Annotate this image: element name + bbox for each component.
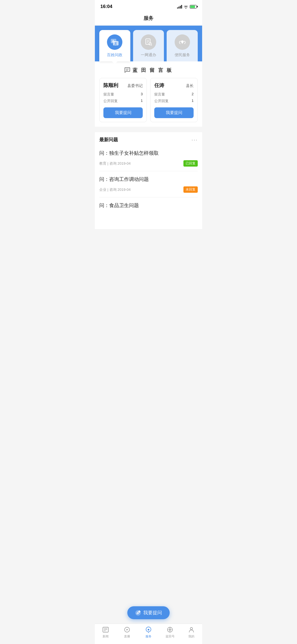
page-header: 服务 [95,12,202,26]
stat-row-2-1: 留言量 2 [154,92,194,97]
official-header-1: 陈顺利 县委书记 [103,82,143,89]
official-title-2: 县长 [186,83,194,88]
message-board-title: 蓝 田 留 言 板 [99,67,198,74]
question-item-3[interactable]: 问：食品卫生问题 [99,197,198,229]
tab-baixin-icon-bg: A 文 [107,34,122,50]
stat-row-1-2: 公开回复 1 [103,99,143,104]
tab-yiwang[interactable]: 一网通办 [133,30,164,61]
latest-section: 最新问题 ··· 问：独生子女补贴怎样领取 教育 | 咨询 2019-04 已回… [95,132,202,229]
stat-row-2-2: 公开回复 1 [154,99,194,104]
status-badge-2: 未回复 [183,186,198,193]
svg-text:文: 文 [114,42,117,45]
official-name-2: 任涛 [154,82,164,89]
question-text-3: 问：食品卫生问题 [99,202,198,209]
tab-bianmin-label: 便民服务 [175,53,190,58]
question-meta-1: 教育 | 咨询 2019-04 已回复 [99,160,198,167]
official-stats-2: 留言量 2 公开回复 1 [154,92,194,104]
tab-baixin-label: 百姓问政 [107,53,122,58]
official-title-1: 县委书记 [127,83,143,88]
question-tags-2: 企业 | 咨询 2019-04 [99,187,131,192]
official-stats-1: 留言量 3 公开回复 1 [103,92,143,104]
more-dots[interactable]: ··· [191,137,198,143]
officials-grid: 陈顺利 县委书记 留言量 3 公开回复 1 我要提问 任涛 县长 [99,78,198,122]
tab-bianmin-icon-bg [175,34,190,50]
stat-value-1-1: 3 [141,92,143,97]
stat-row-1-1: 留言量 3 [103,92,143,97]
stat-value-2-1: 2 [192,92,194,97]
latest-header: 最新问题 ··· [99,137,198,143]
battery-icon [190,5,197,9]
status-bar: 16:04 [95,0,202,12]
official-card-1: 陈顺利 县委书记 留言量 3 公开回复 1 我要提问 [99,78,147,122]
tab-baixin[interactable]: A 文 百姓问政 [99,30,130,61]
official-card-2: 任涛 县长 留言量 2 公开回复 1 我要提问 [150,78,198,122]
question-tags-1: 教育 | 咨询 2019-04 [99,161,131,166]
question-text-2: 问：咨询工作调动问题 [99,176,198,183]
tab-bianmin[interactable]: 便民服务 [167,30,198,61]
ask-btn-2[interactable]: 我要提问 [154,107,194,118]
latest-title: 最新问题 [99,137,118,143]
question-item-2[interactable]: 问：咨询工作调动问题 企业 | 咨询 2019-04 未回复 [99,171,198,197]
care-icon [178,38,187,47]
stat-value-1-2: 1 [141,99,143,104]
status-icons [177,5,197,9]
official-name-1: 陈顺利 [103,82,118,89]
board-title-text: 蓝 田 留 言 板 [133,67,173,74]
stat-label-1-2: 公开回复 [103,99,118,104]
message-board-section: 蓝 田 留 言 板 陈顺利 县委书记 留言量 3 公开回复 1 我要提问 [95,61,202,127]
tab-yiwang-icon-bg [141,34,156,50]
service-tabs: A 文 百姓问政 一网通办 [99,30,198,61]
document-icon [144,38,153,47]
translate-icon: A 文 [110,37,120,47]
question-text-1: 问：独生子女补贴怎样领取 [99,150,198,157]
stat-label-2-2: 公开回复 [154,99,169,104]
tab-yiwang-label: 一网通办 [141,53,156,58]
wifi-icon [184,5,188,9]
stat-label-2-1: 留言量 [154,92,165,97]
official-header-2: 任涛 县长 [154,82,194,89]
question-meta-2: 企业 | 咨询 2019-04 未回复 [99,186,198,193]
ask-btn-1[interactable]: 我要提问 [103,107,143,118]
stat-value-2-2: 1 [192,99,194,104]
signal-icon [177,5,182,9]
stat-label-1-1: 留言量 [103,92,114,97]
service-tabs-container: A 文 百姓问政 一网通办 [95,26,202,61]
svg-line-9 [151,45,152,46]
page-title: 服务 [144,15,153,21]
speech-bubble-icon [124,67,130,73]
status-badge-1: 已回复 [183,160,198,167]
question-item-1[interactable]: 问：独生子女补贴怎样领取 教育 | 咨询 2019-04 已回复 [99,145,198,171]
divider-1 [95,127,202,129]
status-time: 16:04 [100,4,112,9]
